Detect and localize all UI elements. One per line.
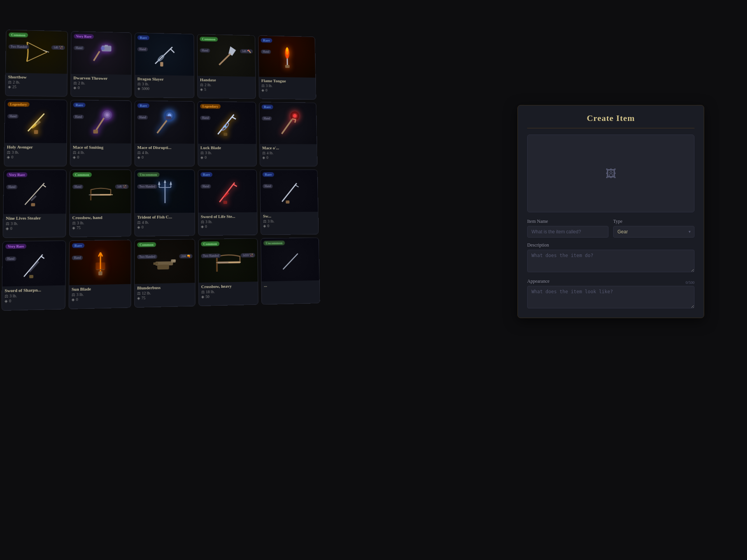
weapon-icon-luck-blade [212, 107, 242, 138]
create-item-panel: Create Item 🖼 Item Name Type Gear Weapon… [517, 105, 704, 318]
form-group-type: Type Gear Weapon Armor Potion Scroll Rin… [613, 219, 694, 238]
item-name: Sw... [263, 214, 316, 219]
item-card-trident[interactable]: Uncommon Two Handed Trident of Fish C...… [134, 170, 195, 236]
item-name-label: Item Name [527, 219, 608, 224]
rarity-badge: Very Rare [74, 34, 94, 39]
rarity-badge: Very Rare [5, 244, 26, 249]
item-card-luck-blade[interactable]: Legendary Hand Luck Blade ⚖ 3 lb. ◈ 0 [197, 101, 256, 166]
item-name: Dragon Slayer [137, 76, 191, 82]
item-weight: ⚖ 3 lb. [263, 219, 316, 223]
item-name: ... [264, 282, 317, 288]
weapon-icon-crossbow-heavy [213, 245, 244, 276]
hand-badge: Hand [261, 49, 271, 54]
weapon-icon-hammer [86, 38, 117, 69]
item-name: Sword of Life Ste... [201, 214, 255, 219]
svg-line-8 [170, 49, 174, 53]
rarity-badge: Common [201, 242, 219, 247]
description-textarea[interactable] [527, 250, 694, 272]
item-cost: ◈ 50 [201, 293, 256, 299]
rarity-badge: Rare [73, 103, 86, 107]
appearance-textarea[interactable] [527, 286, 694, 308]
item-cost: ◈ 0 [4, 298, 62, 303]
form-group-name: Item Name [527, 219, 608, 238]
svg-rect-20 [34, 130, 38, 134]
item-cost: ◈ 0 [72, 296, 128, 302]
svg-marker-54 [170, 182, 172, 185]
svg-marker-53 [164, 180, 166, 183]
item-card-mace-of-disruption[interactable]: Rare Hand Mace of Disrupti... ⚖ 4 lb. ◈ … [135, 101, 195, 166]
rarity-badge: Uncommon [137, 172, 160, 177]
svg-rect-33 [223, 133, 227, 136]
item-name: Blunderbuss [137, 284, 193, 290]
rarity-badge: Rare [261, 105, 273, 109]
item-cost: ◈ 0 [137, 155, 192, 159]
item-card-mace-orb[interactable]: Rare Hand Mace o'... ⚖ 4 lb. ◈ 0 [259, 102, 317, 166]
item-weight: ⚖ 2 lb. [74, 81, 129, 86]
item-card-nine-lives-stealer[interactable]: Very Rare Hand Nine Lives Stealer ⚖ 3 lb… [3, 170, 67, 238]
weapon-icon-mace-smiting [85, 106, 117, 138]
hand-badge: Two Handed [201, 254, 221, 258]
item-card-sword-of-life[interactable]: Rare Hand Sword of Life Ste... ⚖ 3 lb. ◈… [198, 170, 258, 236]
item-card-dragon-slayer[interactable]: Rare Hand Dragon Slayer ⚖ 3 lb. ◈ 5000 [135, 33, 195, 98]
hand-badge: Hand [74, 46, 84, 50]
weapon-icon-sun-blade [84, 246, 116, 279]
item-card-holy-avenger[interactable]: Legendary Hand Holy Avenger ⚖ 3 lb. ◈ 0 [4, 99, 67, 166]
item-cost: ◈ 0 [261, 88, 314, 93]
item-name: Dwarven Thrower [74, 75, 129, 81]
item-cost: ◈ 0 [73, 155, 129, 159]
item-cost: ◈ 5000 [137, 86, 192, 91]
stat-badge: 1d6 🪓 [240, 49, 253, 53]
item-card-mace-of-smiting[interactable]: Rare Hand Mace of Smiting ⚖ 4 lb. ◈ 0 [70, 100, 132, 166]
svg-line-1 [27, 52, 47, 62]
svg-rect-25 [93, 130, 98, 133]
hand-badge: Hand [262, 116, 272, 121]
svg-line-59 [282, 183, 297, 201]
item-weight: ⚖ 3 lb. [261, 84, 314, 88]
svg-rect-71 [95, 262, 105, 270]
item-card-flame-tongue[interactable]: Rare Hand Flame Tongue ⚖ 3 lb. ◈ 0 [258, 35, 316, 100]
weapon-icon-holy-avenger [19, 105, 52, 137]
svg-line-40 [42, 185, 46, 187]
svg-rect-69 [98, 271, 102, 276]
item-card-sword-of-sharpness[interactable]: Very Rare Hand Sword of Sharpn... ⚖ 3 lb… [2, 240, 66, 311]
hand-badge: Two Handed [137, 184, 157, 189]
type-select[interactable]: Gear Weapon Armor Potion Scroll Ring Wan… [613, 226, 694, 238]
item-name: Handaxe [200, 77, 253, 83]
weapon-icon-sword-partial [274, 176, 304, 206]
svg-line-11 [219, 54, 230, 65]
svg-rect-16 [285, 65, 289, 68]
image-upload-area[interactable]: 🖼 [527, 135, 694, 212]
rarity-badge: Common [73, 172, 92, 177]
item-name: Mace of Smiting [73, 145, 129, 150]
weapon-icon-orb-mace [273, 108, 303, 138]
hand-badge: Hand [137, 115, 148, 119]
svg-point-34 [224, 126, 226, 128]
item-weight: ⚖ 3 lb. [7, 150, 64, 155]
item-cost: ◈ 0 [5, 226, 63, 231]
item-weight: ⚖ 4 lb. [73, 150, 129, 154]
rarity-badge: Uncommon [263, 241, 285, 246]
item-card-shortbow[interactable]: Common Two Handed 1d6 🏹 Shortbow ⚖ 2 lb.… [5, 30, 68, 96]
item-card-crossbow-heavy[interactable]: Common Two Handed 1d10 🏹 Crossbow, heavy… [198, 238, 258, 306]
item-card-sword-partial[interactable]: Rare Hand Sw... ⚖ 3 lb. ◈ 0 [260, 170, 319, 235]
item-card-blunderbuss[interactable]: Common Two Handed 2d4 🔫 Blunderbuss ⚖ 12… [134, 239, 195, 308]
svg-line-55 [219, 183, 235, 202]
svg-line-5 [93, 51, 99, 61]
item-card-sun-blade[interactable]: Rare Hand Sun Blade ⚖ 3 lb. ◈ 0 [68, 240, 131, 309]
item-card-handaxe[interactable]: Common Hand 1d6 🪓 Handaxe ⚖ 2 lb. ◈ 5 [197, 34, 256, 99]
item-name-input[interactable] [527, 226, 608, 238]
rarity-badge: Common [9, 32, 28, 37]
item-cost: ◈ 0 [200, 155, 254, 159]
item-name: Shortbow [8, 74, 65, 80]
hand-badge: Hand [201, 184, 211, 189]
rarity-badge: Rare [200, 172, 212, 177]
rarity-badge: Rare [137, 103, 149, 108]
hand-badge: Hand [263, 184, 273, 188]
rarity-badge: Rare [263, 172, 274, 177]
item-name: Nine Lives Stealer [6, 215, 63, 221]
item-card-dwarven-thrower[interactable]: Very Rare Hand Dwarven Thrower ⚖ 2 lb. ◈… [70, 31, 132, 97]
hand-badge: Hand [7, 114, 19, 118]
item-card-crossbow-hand[interactable]: Common Hand 1d6 🏹 Crossbow, hand ⚖ 3 lb.… [69, 170, 132, 237]
item-card-uncommon-partial[interactable]: Uncommon ... [261, 238, 320, 305]
item-name: Crossbow, hand [72, 215, 129, 220]
